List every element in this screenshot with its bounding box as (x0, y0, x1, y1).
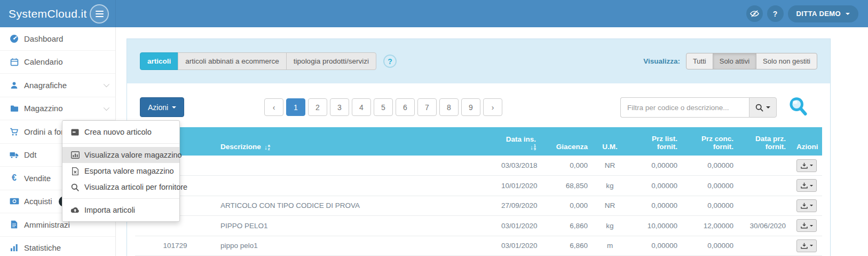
menu-item-importa-articoli[interactable]: Importa articoli (62, 202, 179, 218)
caret-down-icon (810, 185, 813, 187)
visualizza-label: Visualizza: (643, 57, 680, 65)
viz-option-tutti[interactable]: Tutti (686, 53, 713, 69)
filter-search-input[interactable] (620, 97, 749, 118)
table-row[interactable]: 03/03/2018 0,000 NR 0,00000 0,00000 (135, 156, 822, 176)
sidebar-item-statistiche[interactable]: Statistiche (0, 237, 115, 256)
excel-file-icon (70, 167, 80, 175)
pagination-page-7[interactable]: 7 (417, 98, 437, 116)
sidebar-item-magazzino[interactable]: Magazzino (0, 97, 115, 121)
sort-alpha-icon[interactable]: ↓ az (264, 144, 270, 151)
topbar: SystemCloud.it ? DITTA DEMO (0, 0, 868, 27)
col-header-azioni: Azioni (791, 127, 822, 156)
row-actions-button[interactable] (796, 159, 817, 172)
download-icon (801, 162, 808, 169)
hamburger-icon (96, 11, 104, 17)
filter-search-group (620, 97, 777, 118)
search-icon (755, 104, 763, 112)
pagination-page-5[interactable]: 5 (374, 98, 393, 116)
col-header-descrizione[interactable]: Descrizione ↓ az (215, 127, 496, 156)
sidebar-item-calendario[interactable]: Calendario (0, 51, 115, 74)
filter-search-button[interactable] (749, 97, 777, 118)
visualizza-options: Tutti Solo attivi Solo non gestiti (686, 53, 817, 69)
caret-down-icon (810, 205, 813, 206)
question-mark-icon: ? (388, 57, 392, 66)
caret-down-icon (172, 106, 176, 108)
visualizza-filter: Visualizza: Tutti Solo attivi Solo non g… (643, 53, 817, 69)
col-header-prz-list-fornit[interactable]: Prz list. fornit. (627, 127, 683, 156)
user-icon (8, 81, 20, 89)
articles-table: Descrizione ↓ az Data ins. (135, 127, 822, 256)
visibility-toggle-button[interactable] (746, 5, 763, 22)
table-row[interactable]: ARTICOLO CON TIPO CODICE DI PROVA 27/09/… (135, 196, 822, 216)
euro-icon: € (8, 173, 20, 183)
menu-item-crea-nuovo-articolo[interactable]: Crea nuovo articolo (62, 124, 179, 140)
pagination-page-3[interactable]: 3 (330, 98, 349, 116)
table-row[interactable]: 101729 pippo pelo1 03/01/2020 6,860 m 0,… (135, 236, 822, 256)
row-actions-button[interactable] (796, 219, 817, 232)
eye-slash-icon (749, 9, 760, 19)
tab-articoli-abbinati-ecommerce[interactable]: articoli abbinati a ecommerce (178, 52, 287, 70)
calendar-icon (8, 58, 20, 66)
caret-down-icon (846, 13, 850, 15)
pagination-page-9[interactable]: 9 (461, 98, 480, 116)
company-name: DITTA DEMO (796, 10, 841, 18)
sort-numeric-icon[interactable]: ↓ 19 (530, 144, 536, 151)
help-button[interactable]: ? (767, 5, 784, 22)
company-menu-button[interactable]: DITTA DEMO (788, 5, 858, 22)
app-window: SystemCloud.it ? DITTA DEMO (0, 0, 868, 256)
col-header-giacenza[interactable]: Giacenza (541, 127, 593, 156)
download-icon (801, 203, 808, 209)
menu-item-visualizza-valore-magazzino[interactable]: Visualizza valore magazzino (62, 147, 179, 163)
pagination-page-2[interactable]: 2 (308, 98, 327, 116)
col-header-data-ins[interactable]: Data ins. ↓ 19 (496, 127, 541, 156)
panel-header: articoli articoli abbinati a ecommerce t… (127, 39, 830, 83)
table-row[interactable]: PIPPO PELO1 03/01/2020 6,860 kg 10,00000… (135, 216, 822, 236)
download-icon (801, 222, 808, 229)
magnifier-icon (788, 96, 809, 118)
download-icon (801, 243, 808, 249)
pagination-page-4[interactable]: 4 (352, 98, 371, 116)
pagination-page-6[interactable]: 6 (396, 98, 415, 116)
col-header-prz-conc-fornit[interactable]: Prz conc. fornit. (683, 127, 739, 156)
pagination-page-1[interactable]: 1 (286, 98, 305, 116)
bar-chart-icon (70, 151, 80, 159)
row-actions-button[interactable] (796, 199, 817, 212)
tabs-help-button[interactable]: ? (383, 55, 397, 68)
sidebar-item-dashboard[interactable]: Dashboard (0, 27, 115, 51)
menu-item-esporta-valore-magazzino[interactable]: Esporta valore magazzino (62, 163, 179, 179)
cloud-upload-icon (70, 207, 80, 213)
caret-down-icon (810, 225, 813, 227)
tab-tipologia-prodotti-servizi[interactable]: tipologia prodotti/servizi (286, 52, 376, 70)
topbar-actions: ? DITTA DEMO (746, 0, 868, 27)
azioni-dropdown-button[interactable]: Azioni (140, 97, 184, 117)
app-logo: SystemCloud.it (9, 7, 87, 20)
question-mark-icon: ? (773, 10, 778, 18)
truck-icon (8, 151, 20, 159)
table-header-row: Descrizione ↓ az Data ins. (135, 127, 822, 156)
folder-icon (8, 105, 20, 112)
row-actions-button[interactable] (796, 179, 817, 192)
col-header-data-prz-fornit[interactable]: Data prz. fornit. (739, 127, 791, 156)
table-row[interactable]: 10/01/2020 68,850 kg 0,00000 0,00000 (135, 176, 822, 196)
article-tabs: articoli articoli abbinati a ecommerce t… (140, 52, 376, 70)
col-header-um[interactable]: U.M. (593, 127, 627, 156)
articles-panel: articoli articoli abbinati a ecommerce t… (127, 38, 831, 256)
sidebar-item-anagrafiche[interactable]: Anagrafiche (0, 74, 115, 97)
search-icon (70, 183, 80, 191)
sidebar-toggle-button[interactable] (90, 4, 109, 24)
dashboard-icon (8, 34, 20, 43)
viz-option-solo-attivi[interactable]: Solo attivi (713, 53, 756, 69)
bar-chart-icon (8, 244, 20, 252)
new-article-icon (70, 129, 80, 136)
articles-table-wrap: Descrizione ↓ az Data ins. (135, 127, 822, 256)
pagination-next[interactable]: › (483, 98, 502, 116)
document-icon (8, 220, 20, 229)
caret-down-icon (810, 245, 813, 246)
tab-articoli[interactable]: articoli (140, 52, 178, 70)
viz-option-solo-non-gestiti[interactable]: Solo non gestiti (756, 53, 817, 69)
menu-item-visualizza-articoli-per-fornitore[interactable]: Visualizza articoli per fornitore (62, 179, 179, 195)
row-actions-button[interactable] (796, 239, 817, 252)
pagination-prev[interactable]: ‹ (264, 98, 283, 116)
pagination-page-8[interactable]: 8 (439, 98, 459, 116)
advanced-search-button[interactable] (788, 96, 809, 118)
